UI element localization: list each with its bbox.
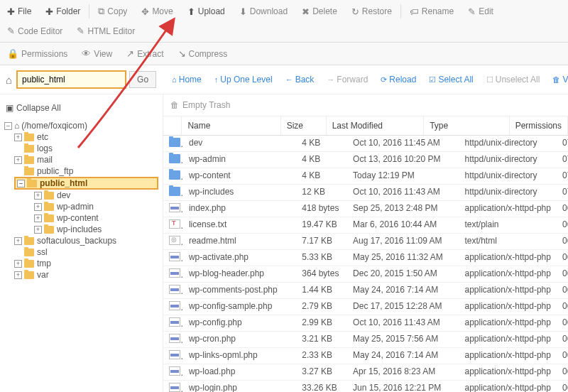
- view-label: View: [94, 49, 112, 59]
- tree-item-publicftp[interactable]: public_ftp: [14, 165, 158, 177]
- path-input[interactable]: [16, 70, 126, 89]
- col-modified[interactable]: Last Modified: [327, 116, 425, 135]
- php-icon: [169, 285, 180, 294]
- folder-icon: [24, 145, 34, 153]
- viewtrash-link[interactable]: 🗑View Trash: [547, 71, 568, 88]
- tree-item-wpincludes[interactable]: +wp-includes: [34, 224, 158, 235]
- copy-button[interactable]: ⧉Copy: [91, 1, 134, 21]
- download-button[interactable]: ⬇Download: [232, 1, 295, 21]
- expand-icon[interactable]: +: [34, 203, 42, 211]
- upload-button[interactable]: ⬆Upload: [180, 1, 232, 21]
- table-row[interactable]: wp-admin4 KBOct 13, 2016 10:20 PMhttpd/u…: [163, 152, 568, 168]
- tree-item-publichtml[interactable]: –public_html: [14, 177, 158, 190]
- table-row[interactable]: wp-login.php33.26 KBJun 15, 2016 12:21 P…: [163, 381, 568, 392]
- tree-item-wpcontent[interactable]: +wp-content: [34, 212, 158, 224]
- expand-icon[interactable]: +: [14, 237, 22, 245]
- go-button[interactable]: Go: [129, 71, 156, 88]
- view-button[interactable]: 👁View: [75, 44, 119, 63]
- compress-button[interactable]: ↘Compress: [171, 44, 235, 63]
- col-permissions[interactable]: Permissions: [510, 116, 568, 135]
- cell-type: application/x-httpd-php: [459, 332, 557, 347]
- tree-item-dev[interactable]: +dev: [34, 190, 158, 201]
- edit-button[interactable]: ✎Edit: [461, 1, 501, 21]
- main-area: ▣Collapse All –⌂(/home/foxqicom) +etc lo…: [0, 94, 568, 392]
- col-icon[interactable]: [163, 116, 182, 135]
- folder-icon: [27, 180, 37, 187]
- expand-icon[interactable]: +: [34, 226, 42, 234]
- permissions-button[interactable]: 🔒Permissions: [0, 44, 75, 63]
- col-size[interactable]: Size: [281, 116, 327, 135]
- col-type[interactable]: Type: [424, 116, 509, 135]
- table-row[interactable]: wp-cron.php3.21 KBMay 25, 2015 7:56 AMap…: [163, 332, 568, 348]
- cell-type: text/html: [459, 234, 557, 249]
- expand-icon[interactable]: +: [14, 271, 22, 279]
- folder-icon: [24, 168, 34, 175]
- table-row[interactable]: wp-includes12 KBOct 10, 2016 11:43 AMhtt…: [163, 185, 568, 201]
- codeeditor-button[interactable]: ✎Code Editor: [0, 21, 70, 40]
- cell-permissions: 0644: [557, 217, 568, 233]
- code-icon: ✎: [7, 26, 15, 36]
- move-label: Move: [152, 6, 173, 16]
- delete-button[interactable]: ✖Delete: [295, 1, 344, 21]
- collapse-icon[interactable]: –: [4, 122, 12, 130]
- extract-button[interactable]: ↗Extract: [119, 44, 170, 63]
- expand-icon[interactable]: +: [14, 260, 22, 268]
- home-link[interactable]: ⌂Home: [166, 71, 207, 88]
- tree-item-ssl[interactable]: ssl: [14, 246, 158, 258]
- table-row[interactable]: wp-comments-post.php1.44 KBMay 24, 2016 …: [163, 283, 568, 299]
- cell-name: wp-content: [183, 168, 296, 184]
- table-row[interactable]: license.txt19.47 KBMar 6, 2016 10:44 AMt…: [163, 217, 568, 234]
- upload-icon: ⬆: [187, 6, 195, 17]
- table-row[interactable]: wp-links-opml.php2.33 KBMay 24, 2016 7:1…: [163, 348, 568, 364]
- table-row[interactable]: readme.html7.17 KBAug 17, 2016 11:09 AMt…: [163, 234, 568, 250]
- tree-item-softaculous[interactable]: +softaculous_backups: [14, 235, 158, 246]
- table-row[interactable]: wp-blog-header.php364 bytesDec 20, 2015 …: [163, 266, 568, 283]
- collapse-all[interactable]: ▣Collapse All: [4, 100, 158, 116]
- table-row[interactable]: wp-content4 KBToday 12:19 PMhttpd/unix-d…: [163, 168, 568, 185]
- folder-icon: [24, 260, 34, 268]
- plus-icon: ✚: [7, 6, 15, 17]
- expand-icon[interactable]: +: [34, 214, 42, 222]
- tree-root[interactable]: –⌂(/home/foxqicom): [4, 120, 158, 131]
- folder-button[interactable]: ✚Folder: [38, 1, 87, 21]
- collapse-icon[interactable]: –: [17, 180, 25, 187]
- rename-button[interactable]: 🏷Rename: [403, 1, 461, 21]
- file-button[interactable]: ✚File: [0, 1, 38, 21]
- back-link[interactable]: ←Back: [280, 71, 320, 88]
- table-row[interactable]: wp-config.php2.99 KBOct 10, 2016 11:43 A…: [163, 315, 568, 332]
- table-row[interactable]: index.php418 bytesSep 25, 2013 2:48 PMap…: [163, 201, 568, 217]
- home-icon[interactable]: ⌂: [6, 74, 12, 86]
- up-link[interactable]: ↑Up One Level: [209, 71, 278, 88]
- table-row[interactable]: wp-load.php3.27 KBApr 15, 2016 8:23 AMap…: [163, 364, 568, 381]
- table-row[interactable]: dev4 KBOct 10, 2016 11:45 AMhttpd/unix-d…: [163, 136, 568, 152]
- htmleditor-button[interactable]: ✎HTML Editor: [70, 21, 142, 40]
- cell-size: 2.33 KB: [296, 348, 347, 364]
- tree-item-mail[interactable]: +mail: [14, 154, 158, 165]
- upload-label: Upload: [198, 6, 225, 16]
- tree-item-logs[interactable]: logs: [14, 143, 158, 154]
- folder-icon: [44, 203, 54, 211]
- table-row[interactable]: wp-config-sample.php2.79 KBDec 17, 2015 …: [163, 299, 568, 315]
- cell-type: application/x-httpd-php: [459, 381, 557, 392]
- expand-icon[interactable]: +: [34, 192, 42, 200]
- tree-item-var[interactable]: +var: [14, 269, 158, 281]
- forward-link[interactable]: →Forward: [321, 71, 373, 88]
- empty-trash-button[interactable]: 🗑Empty Trash: [163, 94, 568, 116]
- table-row[interactable]: wp-activate.php5.33 KBMay 25, 2016 11:32…: [163, 250, 568, 266]
- folder-icon: [169, 154, 180, 163]
- tree-item-etc[interactable]: +etc: [14, 131, 158, 143]
- edit-label: Edit: [479, 6, 493, 16]
- move-button[interactable]: ✥Move: [134, 1, 180, 21]
- selectall-link[interactable]: ☑Select All: [423, 71, 479, 88]
- col-name[interactable]: Name: [182, 116, 280, 135]
- reload-link[interactable]: ⟳Reload: [375, 71, 422, 88]
- expand-icon[interactable]: +: [14, 156, 22, 164]
- unselect-link[interactable]: ☐Unselect All: [481, 71, 546, 88]
- tree-label: softaculous_backups: [37, 236, 116, 246]
- restore-button[interactable]: ↻Restore: [344, 1, 399, 21]
- tree-item-wpadmin[interactable]: +wp-admin: [34, 201, 158, 212]
- expand-icon[interactable]: +: [14, 134, 22, 141]
- cell-permissions: 0644: [557, 348, 568, 364]
- php-icon: [169, 366, 180, 376]
- tree-item-tmp[interactable]: +tmp: [14, 258, 158, 269]
